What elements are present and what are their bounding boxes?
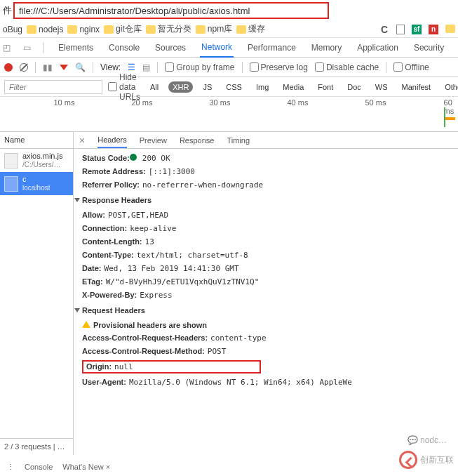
ext-c-icon[interactable]: C: [379, 25, 389, 34]
filter-media[interactable]: Media: [278, 81, 308, 93]
network-toolbar: ▮▮ 🔍 View: ☰ ▤ Group by frame Preserve l…: [0, 58, 458, 77]
folder-icon: [104, 25, 114, 34]
logo-icon: [399, 451, 417, 469]
tab-performance[interactable]: Performance: [246, 39, 297, 57]
tab-application[interactable]: Application: [356, 39, 400, 57]
inspect-icon[interactable]: ◰: [3, 43, 11, 53]
disable-cache-checkbox[interactable]: Disable cache: [315, 62, 379, 72]
bookmark-item[interactable]: git仓库: [104, 23, 142, 35]
folder-icon: [146, 25, 156, 34]
response-headers-section[interactable]: Response Headers: [74, 192, 458, 209]
group-by-frame-checkbox[interactable]: Group by frame: [165, 62, 234, 72]
provisional-warning: Provisional headers are shown: [93, 321, 207, 329]
detail-tab-preview[interactable]: Preview: [140, 133, 167, 147]
tab-security[interactable]: Security: [412, 39, 445, 57]
view-wide-icon[interactable]: ▤: [142, 62, 150, 72]
filter-font[interactable]: Font: [314, 81, 337, 93]
close-detail-icon[interactable]: ×: [79, 135, 85, 146]
detail-tab-response[interactable]: Response: [180, 133, 215, 147]
filter-img[interactable]: Img: [252, 81, 273, 93]
devtools-tab-bar: ◰ ▭ Elements Console Sources Network Per…: [0, 38, 458, 58]
drawer-tabs: ⋮ Console What's New ×: [7, 463, 110, 472]
request-item-selected[interactable]: clocalhost: [0, 172, 73, 195]
triangle-icon: [74, 198, 80, 202]
record-button[interactable]: [4, 63, 13, 72]
name-column-header[interactable]: Name: [0, 132, 73, 149]
folder-icon[interactable]: [445, 25, 455, 33]
status-ok-icon: [130, 154, 137, 161]
device-toggle-icon[interactable]: ▭: [23, 43, 31, 53]
bookmarks-bar: oBug nodejs nginx git仓库 暂无分类 npm库 缓存 C s…: [0, 21, 458, 38]
ext-page-icon[interactable]: [396, 25, 405, 34]
camera-icon[interactable]: ▮▮: [43, 62, 53, 72]
filter-ws[interactable]: WS: [371, 81, 392, 93]
filter-doc[interactable]: Doc: [343, 81, 365, 93]
offline-checkbox[interactable]: Offline: [393, 62, 429, 72]
request-detail-panel: × Headers Preview Response Timing Status…: [74, 132, 458, 441]
request-headers-section[interactable]: Request Headers: [74, 302, 458, 319]
filter-css[interactable]: CSS: [222, 81, 246, 93]
filter-xhr[interactable]: XHR: [168, 81, 193, 93]
drawer-console-tab[interactable]: Console: [25, 463, 53, 472]
request-list: Name axios.min.js/C:/Users/… clocalhost: [0, 132, 74, 441]
detail-tab-headers[interactable]: Headers: [97, 133, 127, 148]
timeline-marker: [444, 107, 450, 127]
bookmark-item[interactable]: oBug: [3, 25, 22, 34]
folder-icon: [196, 25, 206, 34]
drawer-whatsnew-tab[interactable]: What's New ×: [62, 463, 110, 472]
watermark-logo: 创新互联: [399, 451, 454, 469]
bookmark-item[interactable]: 暂无分类: [146, 23, 191, 35]
ext-sf-icon[interactable]: sf: [412, 25, 422, 34]
bookmark-item[interactable]: npm库: [196, 23, 232, 35]
filter-manifest[interactable]: Manifest: [398, 81, 436, 93]
search-icon[interactable]: 🔍: [75, 62, 86, 72]
clear-button[interactable]: [20, 63, 28, 72]
origin-highlight: Origin:null: [82, 360, 261, 373]
file-icon: [4, 153, 18, 168]
file-icon: [4, 176, 18, 192]
preserve-log-checkbox[interactable]: Preserve log: [250, 62, 308, 72]
watermark-text: 💬 nodc…: [408, 435, 447, 445]
request-item[interactable]: axios.min.js/C:/Users/…: [0, 149, 73, 172]
bookmark-item[interactable]: 缓存: [236, 23, 265, 35]
tab-elements[interactable]: Elements: [57, 39, 95, 57]
tab-console[interactable]: Console: [107, 39, 141, 57]
ext-n-icon[interactable]: n: [429, 25, 438, 34]
folder-icon: [236, 25, 246, 34]
bookmark-item[interactable]: nginx: [67, 25, 100, 34]
view-label: View:: [100, 62, 121, 72]
folder-icon: [27, 25, 36, 34]
folder-icon: [67, 25, 77, 34]
network-timeline[interactable]: 10 ms 20 ms 30 ms 40 ms 50 ms 60 ms: [0, 97, 458, 132]
status-bar: 2 / 3 requests | …: [0, 438, 74, 455]
triangle-icon: [74, 308, 80, 312]
url-input[interactable]: file:///C:/Users/Administrator/Desktop/a…: [13, 2, 329, 19]
tab-network[interactable]: Network: [200, 38, 234, 58]
url-prefix: 件: [3, 4, 12, 17]
tab-memory[interactable]: Memory: [310, 39, 343, 57]
filter-all[interactable]: All: [146, 81, 163, 93]
view-list-icon[interactable]: ☰: [128, 62, 135, 72]
filter-js[interactable]: JS: [198, 81, 216, 93]
filter-icon[interactable]: [60, 65, 68, 70]
filter-input[interactable]: [4, 80, 102, 94]
filter-other[interactable]: Other: [440, 81, 458, 93]
tab-sources[interactable]: Sources: [154, 39, 187, 57]
bookmark-item[interactable]: nodejs: [27, 25, 63, 34]
warning-icon: [82, 321, 90, 328]
detail-tab-timing[interactable]: Timing: [227, 133, 250, 147]
filter-bar: Hide data URLs All XHR JS CSS Img Media …: [0, 77, 458, 97]
